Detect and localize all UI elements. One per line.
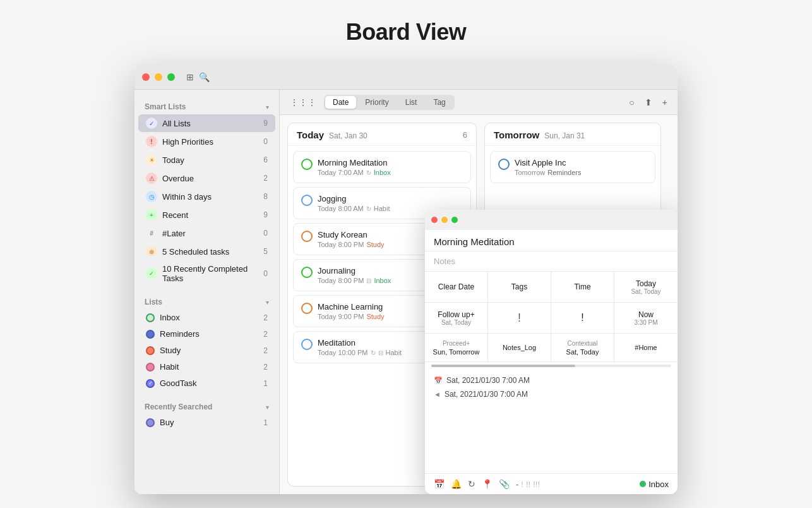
minimize-button[interactable] bbox=[155, 73, 162, 81]
date-text-2: Sat, 2021/01/30 7:00 AM bbox=[445, 390, 528, 399]
sidebar-item-within3days[interactable]: ◷ Within 3 days 8 bbox=[138, 188, 275, 205]
sidebar-item-study[interactable]: Study 2 bbox=[138, 342, 275, 358]
recent-icon: + bbox=[146, 209, 157, 221]
modal-maximize-button[interactable] bbox=[451, 217, 458, 223]
tab-tag[interactable]: Tag bbox=[426, 96, 453, 109]
home-cell[interactable]: #Home bbox=[614, 334, 678, 361]
sidebar-item-scheduled[interactable]: ⊕ 5 Scheduled tasks 5 bbox=[138, 243, 275, 260]
column-today-title: Today bbox=[297, 130, 324, 140]
sidebar-item-habit[interactable]: Habit 2 bbox=[138, 359, 275, 375]
sidebar-item-goodtask[interactable]: ✓ GoodTask 1 bbox=[138, 375, 275, 391]
column-today-header: Today Sat, Jan 30 6 bbox=[288, 123, 476, 146]
sidebar-item-buy[interactable]: Buy 1 bbox=[138, 414, 275, 430]
modal-meta-grid-row2: Follow up+ Sat, Today ! ! Now 3:30 PM bbox=[425, 303, 678, 334]
sidebar-item-count: 9 bbox=[263, 119, 268, 128]
modal-task-name[interactable]: Morning Meditation bbox=[425, 230, 678, 251]
toolbar: ⋮⋮⋮ Date Priority List Tag ○ ⬆ + bbox=[280, 90, 678, 115]
time-sub: 3:30 PM bbox=[634, 319, 657, 326]
sidebar-item-count: 0 bbox=[263, 229, 268, 238]
study-icon bbox=[146, 346, 155, 355]
modal-bottom-toolbar: 📅 🔔 ↻ 📍 📎 - ! !! !!! I bbox=[425, 473, 678, 494]
sidebar-item-label: Today bbox=[162, 155, 258, 165]
modal-inbox-tag[interactable]: Inbox bbox=[640, 480, 669, 489]
sidebar-item-completed[interactable]: ✓ 10 Recently Completed Tasks 0 bbox=[138, 261, 275, 286]
modal-notes[interactable]: Notes bbox=[425, 251, 678, 272]
repeat-icon: ↻ bbox=[371, 349, 376, 356]
completed-icon: ✓ bbox=[146, 268, 157, 279]
follow-up-sub: Sat, Today bbox=[441, 319, 471, 326]
sidebar-item-label: #Later bbox=[162, 229, 258, 238]
days-plus-cell[interactable]: ! bbox=[488, 303, 551, 333]
clear-date-label: Clear Date bbox=[438, 282, 474, 291]
sidebar-item-high-priorities[interactable]: ! High Priorities 0 bbox=[138, 133, 275, 150]
home-label: #Home bbox=[635, 344, 657, 351]
goodtask-icon: ✓ bbox=[146, 379, 155, 388]
recently-searched-label: Recently Searched bbox=[145, 402, 212, 411]
task-time: Today 9:00 PM bbox=[318, 313, 364, 320]
sidebar-item-recent[interactable]: + Recent 9 bbox=[138, 206, 275, 224]
task-card-morning-meditation[interactable]: Morning Meditation Today 7:00 AM ↻ Inbox bbox=[293, 151, 471, 183]
circle-icon[interactable]: ○ bbox=[626, 95, 636, 110]
search-icon[interactable]: 🔍 bbox=[199, 72, 210, 82]
sidebar-item-all-lists[interactable]: ✓ All Lists 9 bbox=[138, 114, 275, 132]
date-cell[interactable]: Today Sat, Today bbox=[614, 272, 678, 302]
clear-date-cell[interactable]: Clear Date bbox=[425, 272, 488, 302]
follow-up-cell[interactable]: Follow up+ Sat, Today bbox=[425, 303, 488, 333]
smart-lists-chevron[interactable]: ▾ bbox=[266, 104, 269, 111]
modal-body: Morning Meditation Notes Clear Date Tags… bbox=[425, 230, 678, 494]
tab-priority[interactable]: Priority bbox=[357, 96, 396, 109]
maximize-button[interactable] bbox=[167, 73, 175, 81]
tags-cell[interactable]: Tags bbox=[488, 272, 551, 302]
date-row-1: 📅 Sat, 2021/01/30 7:00 AM bbox=[434, 373, 669, 387]
proceed-cell[interactable]: Proceed+ Sun, Tomorrow bbox=[425, 334, 488, 361]
modal-scrollbar[interactable] bbox=[431, 365, 671, 367]
location-icon[interactable]: 📍 bbox=[482, 479, 493, 489]
date-value: Today bbox=[636, 279, 656, 288]
sidebar-item-today[interactable]: ☀ Today 6 bbox=[138, 151, 275, 169]
app-window: ⊞ 🔍 Smart Lists ▾ ✓ All Lists 9 ! High P… bbox=[134, 64, 678, 494]
task-circle bbox=[301, 195, 313, 206]
task-card-visit-apple[interactable]: Visit Apple Inc Tomorrow Reminders bbox=[490, 151, 655, 183]
task-name: Morning Meditation bbox=[318, 158, 463, 167]
sidebar-item-overdue[interactable]: ⚠ Overdue 2 bbox=[138, 169, 275, 187]
sidebar-item-label: Inbox bbox=[160, 313, 258, 322]
sidebar-toggle-icon[interactable]: ⊞ bbox=[186, 72, 194, 82]
recently-searched-header: Recently Searched ▾ bbox=[134, 395, 279, 414]
modal-close-button[interactable] bbox=[431, 217, 438, 223]
priority-med[interactable]: !! bbox=[526, 480, 530, 489]
recently-searched-chevron[interactable]: ▾ bbox=[266, 404, 269, 411]
detail-modal: Morning Meditation Notes Clear Date Tags… bbox=[425, 210, 678, 494]
sidebar-item-reminders[interactable]: Reminders 2 bbox=[138, 326, 275, 342]
tab-date[interactable]: Date bbox=[325, 96, 356, 109]
sidebar-item-label: Buy bbox=[160, 418, 258, 427]
panel-icon[interactable]: ⋮⋮⋮ bbox=[287, 95, 319, 110]
calendar-bottom-icon[interactable]: 📅 bbox=[434, 479, 445, 489]
refresh-icon[interactable]: ↻ bbox=[468, 479, 475, 489]
notes-log-cell[interactable]: Notes_Log bbox=[488, 334, 551, 361]
sidebar-item-count: 2 bbox=[263, 346, 268, 355]
sidebar-item-count: 2 bbox=[263, 363, 268, 372]
close-button[interactable] bbox=[142, 73, 150, 81]
time-value-cell[interactable]: Now 3:30 PM bbox=[614, 303, 678, 333]
task-row: Visit Apple Inc Tomorrow Reminders bbox=[498, 158, 647, 176]
priority-cell[interactable]: ! bbox=[551, 303, 614, 333]
sidebar-item-inbox[interactable]: Inbox 2 bbox=[138, 310, 275, 325]
sidebar-item-count: 1 bbox=[263, 379, 268, 388]
paperclip-icon[interactable]: 📎 bbox=[499, 479, 510, 489]
add-icon[interactable]: + bbox=[660, 95, 670, 110]
priority-minus[interactable]: - bbox=[516, 480, 518, 489]
sidebar-item-later[interactable]: # #Later 0 bbox=[138, 224, 275, 242]
task-list-tag: Habit bbox=[374, 205, 390, 212]
tab-list[interactable]: List bbox=[398, 96, 425, 109]
priority-high[interactable]: !!! bbox=[533, 480, 540, 489]
priority-low[interactable]: ! bbox=[521, 480, 523, 489]
lists-chevron[interactable]: ▾ bbox=[266, 299, 269, 306]
time-cell[interactable]: Time bbox=[551, 272, 614, 302]
today-icon: ☀ bbox=[146, 154, 157, 166]
priority-exclaim: ! bbox=[581, 312, 583, 324]
share-icon[interactable]: ⬆ bbox=[642, 95, 655, 110]
bell-icon[interactable]: 🔔 bbox=[451, 479, 462, 489]
modal-minimize-button[interactable] bbox=[441, 217, 448, 223]
column-tomorrow-subtitle: Sun, Jan 31 bbox=[544, 131, 585, 140]
contextual-cell[interactable]: Contextual Sat, Today bbox=[551, 334, 614, 361]
